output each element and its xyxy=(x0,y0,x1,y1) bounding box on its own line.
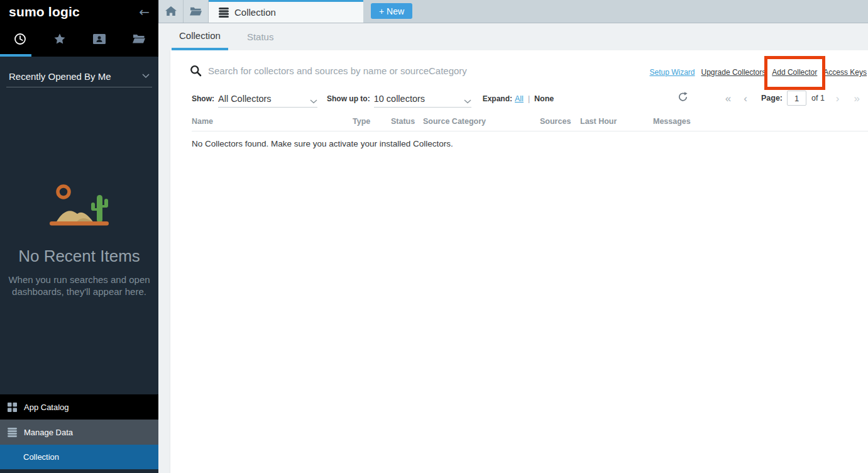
column-header-sources[interactable]: Sources xyxy=(540,117,571,126)
app-root: sumo logic ← xyxy=(0,0,868,473)
expand-all-link[interactable]: All xyxy=(515,94,524,103)
search-input[interactable] xyxy=(208,61,598,80)
quick-links: Setup Wizard Upgrade Collectors Add Coll… xyxy=(650,68,867,77)
menu-label: Manage Data xyxy=(24,428,73,437)
first-page-icon[interactable]: « xyxy=(725,93,731,104)
collapse-sidebar-icon[interactable]: ← xyxy=(139,4,150,19)
tab-collection[interactable]: Collection xyxy=(172,23,228,50)
tab-status[interactable]: Status xyxy=(239,23,282,50)
sidebar-tab-library[interactable] xyxy=(79,23,119,57)
sidebar-tab-recents[interactable] xyxy=(0,23,40,57)
sidebar-tab-favorites[interactable] xyxy=(40,23,79,57)
last-page-icon[interactable]: » xyxy=(854,93,860,104)
column-header-status[interactable]: Status xyxy=(391,117,415,126)
add-collector-wrapper: Add Collector xyxy=(772,68,817,77)
star-icon xyxy=(53,33,66,48)
no-recent-items-title: No Recent Items xyxy=(0,247,158,266)
sidebar-empty-state: No Recent Items When you run searches an… xyxy=(0,182,158,298)
collection-panel: Setup Wizard Upgrade Collectors Add Coll… xyxy=(170,50,868,473)
menu-label: Collection xyxy=(23,452,59,462)
logo-bar: sumo logic ← xyxy=(0,0,158,23)
refresh-icon[interactable] xyxy=(678,92,688,104)
database-icon xyxy=(219,8,229,18)
column-header-last-hour[interactable]: Last Hour xyxy=(580,117,617,126)
chevron-down-icon xyxy=(310,99,317,104)
desert-illustration xyxy=(38,182,120,230)
show-up-to-dropdown[interactable]: 10 collectors xyxy=(374,90,471,108)
recent-filter-dropdown[interactable]: Recently Opened By Me xyxy=(6,65,152,87)
top-tab-bar: Collection + New xyxy=(158,0,868,23)
sidebar-tab-folders[interactable] xyxy=(119,23,158,57)
collectors-table-header: Name Type Status Source Category Sources… xyxy=(192,113,868,131)
sidebar-icon-tabs xyxy=(0,23,158,57)
search-icon xyxy=(190,65,202,79)
sumo-logic-logo: sumo logic xyxy=(9,4,80,19)
no-recent-items-text: When you run searches and open dashboard… xyxy=(0,274,158,298)
next-page-icon[interactable]: › xyxy=(836,93,840,104)
home-tab-button[interactable] xyxy=(158,0,184,23)
page-of-label: of 1 xyxy=(811,94,825,103)
database-icon xyxy=(8,428,17,437)
filter-controls: Show: All Collectors Show up to: 10 coll… xyxy=(192,89,554,108)
access-keys-link[interactable]: Access Keys xyxy=(823,68,867,77)
folder-open-icon xyxy=(190,7,202,16)
folder-open-icon xyxy=(133,34,145,46)
column-header-type[interactable]: Type xyxy=(353,117,370,126)
expand-group: All | None xyxy=(515,94,554,103)
expand-none-link[interactable]: None xyxy=(534,94,554,103)
clock-icon xyxy=(14,33,26,48)
setup-wizard-link[interactable]: Setup Wizard xyxy=(650,68,695,77)
subtab-bar: Collection Status xyxy=(158,23,868,50)
chevron-down-icon xyxy=(142,74,150,79)
collection-window-tab[interactable]: Collection xyxy=(209,0,363,23)
menu-item-collection[interactable]: Collection xyxy=(0,445,158,469)
app-grid-icon xyxy=(8,403,17,412)
add-collector-link[interactable]: Add Collector xyxy=(772,68,817,77)
page-number-input[interactable] xyxy=(787,91,806,106)
chevron-down-icon xyxy=(464,99,471,104)
home-icon xyxy=(165,6,177,16)
menu-label: App Catalog xyxy=(24,403,69,412)
upgrade-collectors-link[interactable]: Upgrade Collectors xyxy=(701,68,766,77)
expand-label: Expand: xyxy=(483,94,512,103)
folder-tab-button[interactable] xyxy=(184,0,209,23)
active-tab-underline xyxy=(0,54,31,57)
empty-table-message: No Collectors found. Make sure you activ… xyxy=(192,139,453,148)
column-header-messages[interactable]: Messages xyxy=(653,117,691,126)
menu-item-manage-data[interactable]: Manage Data xyxy=(0,420,158,445)
column-header-name[interactable]: Name xyxy=(192,117,213,126)
sidebar-bottom-menu: App Catalog Manage Data Collection xyxy=(0,394,158,469)
show-up-to-label: Show up to: xyxy=(327,94,370,103)
prev-page-icon[interactable]: ‹ xyxy=(744,93,747,104)
sidebar: sumo logic ← xyxy=(0,0,158,473)
show-label: Show: xyxy=(192,94,214,103)
page-label: Page: xyxy=(761,94,783,103)
recent-filter-label: Recently Opened By Me xyxy=(9,71,111,82)
show-dropdown[interactable]: All Collectors xyxy=(218,90,317,108)
library-icon xyxy=(93,34,106,47)
column-header-source-category[interactable]: Source Category xyxy=(423,117,486,126)
pagination: « ‹ Page: of 1 › » xyxy=(725,90,860,106)
separator: | xyxy=(528,94,530,103)
menu-item-app-catalog[interactable]: App Catalog xyxy=(0,394,158,420)
tab-label: Collection xyxy=(234,7,276,18)
new-button[interactable]: + New xyxy=(371,3,412,19)
